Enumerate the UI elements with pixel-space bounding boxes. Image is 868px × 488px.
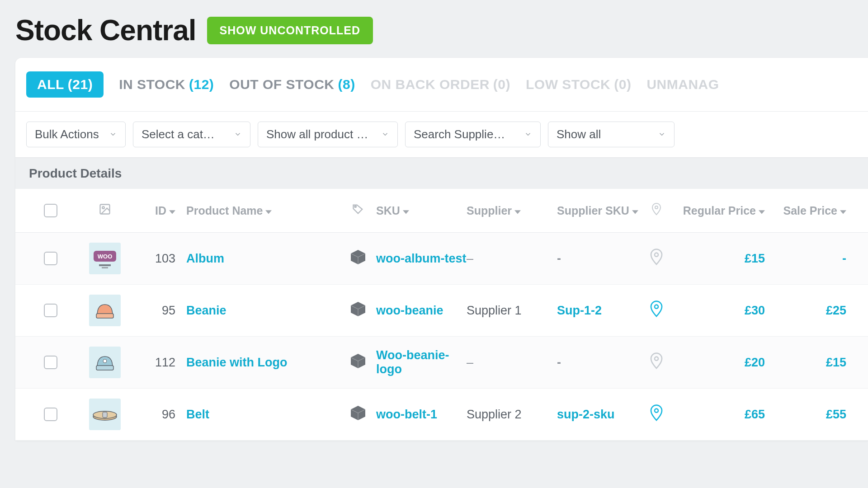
product-thumbnail[interactable] [89, 295, 121, 326]
sort-caret-icon [759, 204, 765, 217]
location-pin-icon[interactable] [649, 352, 664, 373]
chevron-down-icon [381, 127, 389, 141]
product-id: 96 [132, 408, 186, 422]
tab-count: (21) [68, 77, 93, 92]
col-regular-price[interactable]: Regular Price [675, 204, 765, 217]
chevron-down-icon [658, 127, 666, 141]
tab-low-stock[interactable]: LOW STOCK (0) [526, 77, 631, 92]
product-sku-link[interactable]: woo-beanie [376, 304, 467, 318]
table-row: 112Beanie with LogoWoo-beanie-logo–-£20£… [15, 337, 868, 389]
sort-caret-icon [169, 204, 175, 217]
sale-price[interactable]: £15 [765, 356, 846, 370]
product-thumbnail[interactable] [89, 347, 121, 378]
svg-point-1 [102, 206, 104, 209]
page-title: Stock Central [15, 14, 196, 47]
location-pin-icon[interactable] [649, 248, 664, 269]
product-type-icon [349, 300, 367, 321]
tab-unmanaged[interactable]: UNMANAG [646, 77, 719, 92]
table-row: 96Beltwoo-belt-1Supplier 2sup-2-sku£65£5… [15, 389, 868, 441]
tab-count: (0) [493, 77, 510, 92]
tab-count: (8) [338, 77, 355, 92]
product-sku-link[interactable]: woo-album-test [376, 252, 467, 266]
product-sku-link[interactable]: woo-belt-1 [376, 408, 467, 422]
col-supplier[interactable]: Supplier [467, 204, 557, 217]
tab-all[interactable]: ALL (21) [26, 71, 104, 98]
product-type-select[interactable]: Show all product … [258, 122, 398, 147]
category-select[interactable]: Select a cat… [133, 122, 250, 147]
product-name-link[interactable]: Album [186, 252, 340, 266]
svg-text:WOO: WOO [98, 253, 113, 260]
col-id[interactable]: ID [132, 204, 186, 217]
supplier-name: – [467, 252, 557, 266]
product-id: 103 [132, 252, 186, 266]
regular-price[interactable]: £20 [675, 356, 765, 370]
supplier-select[interactable]: Search Supplie… [405, 122, 541, 147]
col-sale-price[interactable]: Sale Price [765, 204, 846, 217]
select-all-checkbox[interactable] [44, 204, 57, 217]
product-type-icon [349, 352, 367, 373]
sort-caret-icon [514, 204, 521, 217]
product-id: 95 [132, 304, 186, 318]
svg-marker-6 [514, 210, 521, 214]
sort-caret-icon [632, 204, 638, 217]
product-thumbnail[interactable]: WOO [89, 243, 121, 274]
sale-price[interactable]: - [765, 252, 846, 266]
svg-marker-2 [169, 210, 175, 214]
main-card: ALL (21) IN STOCK (12) OUT OF STOCK (8) … [15, 58, 868, 441]
supplier-sku-link[interactable]: - [557, 356, 638, 370]
tab-in-stock[interactable]: IN STOCK (12) [119, 77, 214, 92]
sort-caret-icon [840, 204, 846, 217]
supplier-sku-link[interactable]: - [557, 252, 638, 266]
image-icon [99, 203, 111, 218]
show-uncontrolled-button[interactable]: SHOW UNCONTROLLED [207, 17, 373, 44]
supplier-sku-link[interactable]: Sup-1-2 [557, 304, 638, 318]
col-label: Supplier [467, 204, 512, 217]
tab-label: OUT OF STOCK [229, 77, 334, 92]
supplier-name: Supplier 2 [467, 408, 557, 422]
product-name-link[interactable]: Beanie [186, 304, 340, 318]
col-sku[interactable]: SKU [376, 204, 467, 217]
tab-label: UNMANAG [646, 77, 719, 92]
bulk-actions-select[interactable]: Bulk Actions [26, 122, 126, 147]
svg-marker-10 [840, 210, 846, 214]
product-type-icon [349, 248, 367, 269]
product-name-link[interactable]: Beanie with Logo [186, 356, 340, 370]
col-label: Regular Price [683, 204, 756, 217]
col-product-name[interactable]: Product Name [186, 204, 340, 217]
regular-price[interactable]: £65 [675, 408, 765, 422]
col-supplier-sku[interactable]: Supplier SKU [557, 204, 638, 217]
regular-price[interactable]: £15 [675, 252, 765, 266]
supplier-sku-link[interactable]: sup-2-sku [557, 408, 638, 422]
row-checkbox[interactable] [44, 304, 57, 317]
svg-marker-3 [265, 210, 272, 214]
col-label: Sale Price [783, 204, 837, 217]
sale-price[interactable]: £55 [765, 408, 846, 422]
table-body: WOO103Albumwoo-album-test–-£15-95Beaniew… [15, 233, 868, 441]
select-label: Search Supplie… [414, 127, 505, 141]
svg-marker-5 [403, 210, 409, 214]
product-thumbnail[interactable] [89, 399, 121, 430]
regular-price[interactable]: £30 [675, 304, 765, 318]
chevron-down-icon [524, 127, 532, 141]
select-label: Select a cat… [142, 127, 215, 141]
tab-label: LOW STOCK [526, 77, 610, 92]
supplier-name: – [467, 356, 557, 370]
location-pin-icon[interactable] [649, 404, 664, 425]
tab-label: IN STOCK [119, 77, 185, 92]
section-header: Product Details [15, 158, 868, 189]
sale-price[interactable]: £25 [765, 304, 846, 318]
row-checkbox[interactable] [44, 408, 57, 421]
row-checkbox[interactable] [44, 252, 57, 265]
select-label: Bulk Actions [35, 127, 99, 141]
select-label: Show all product … [266, 127, 368, 141]
svg-marker-9 [759, 210, 765, 214]
location-pin-icon[interactable] [649, 300, 664, 321]
show-all-select[interactable]: Show all [548, 122, 675, 147]
tab-out-of-stock[interactable]: OUT OF STOCK (8) [229, 77, 355, 92]
product-name-link[interactable]: Belt [186, 408, 340, 422]
svg-point-4 [354, 206, 356, 207]
tab-on-back-order[interactable]: ON BACK ORDER (0) [371, 77, 510, 92]
col-label: Product Name [186, 204, 263, 217]
product-sku-link[interactable]: Woo-beanie-logo [376, 348, 467, 376]
row-checkbox[interactable] [44, 356, 57, 369]
